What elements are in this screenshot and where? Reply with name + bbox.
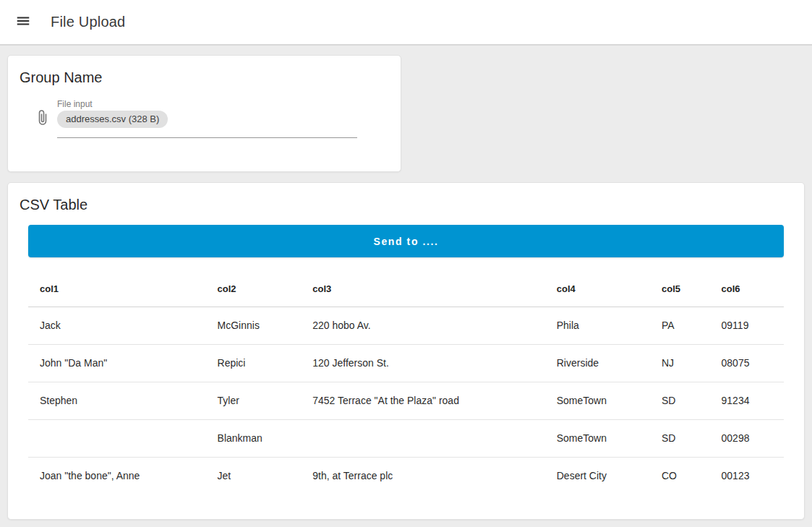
column-header: col3: [301, 272, 545, 307]
csv-table-card: CSV Table Send to .... col1 col2 col3 co…: [7, 182, 805, 520]
table-cell: PA: [650, 307, 710, 344]
table-cell: Jet: [206, 457, 302, 494]
table-cell: 7452 Terrace "At the Plaza" road: [301, 382, 545, 419]
paperclip-icon[interactable]: [34, 109, 51, 127]
upload-card-title: Group Name: [8, 56, 401, 87]
table-cell: Jack: [28, 307, 206, 344]
column-header: col1: [28, 272, 206, 307]
table-cell: 91234: [710, 382, 784, 419]
table-cell: 08075: [710, 344, 784, 382]
app-bar-title: File Upload: [51, 14, 125, 30]
csv-table-card-body: Send to .... col1 col2 col3 col4 col5 co…: [8, 215, 804, 506]
table-cell: SD: [650, 419, 710, 457]
table-row: Blankman SomeTown SD 00298: [28, 419, 784, 457]
table-cell: 9th, at Terrace plc: [301, 457, 545, 494]
table-cell: McGinnis: [206, 307, 302, 344]
table-cell: 120 Jefferson St.: [301, 344, 545, 382]
table-cell: Repici: [206, 344, 302, 382]
table-cell: 09119: [710, 307, 784, 344]
table-cell: Tyler: [206, 382, 302, 419]
file-input-label: File input: [57, 99, 357, 109]
column-header: col4: [545, 272, 650, 307]
table-cell: 00298: [710, 419, 784, 457]
table-cell: Joan "the bone", Anne: [28, 457, 206, 494]
table-cell: 00123: [710, 457, 784, 494]
input-underline: [57, 137, 357, 138]
table-cell: Phila: [545, 307, 650, 344]
table-cell: 220 hobo Av.: [301, 307, 545, 344]
file-input-row: File input addresses.csv (328 B): [8, 87, 401, 138]
table-row: Jack McGinnis 220 hobo Av. Phila PA 0911…: [28, 307, 784, 344]
menu-button[interactable]: [14, 14, 32, 31]
table-cell: John "Da Man": [28, 344, 206, 382]
column-header: col6: [710, 272, 784, 307]
table-row: Joan "the bone", Anne Jet 9th, at Terrac…: [28, 457, 784, 494]
send-button[interactable]: Send to ....: [28, 225, 784, 257]
table-header-row: col1 col2 col3 col4 col5 col6: [28, 272, 784, 307]
table-cell: [28, 419, 206, 457]
upload-card: Group Name File input addresses.csv (328…: [7, 55, 401, 172]
table-cell: [301, 419, 545, 457]
table-cell: Stephen: [28, 382, 206, 419]
table-cell: CO: [650, 457, 710, 494]
table-cell: NJ: [650, 344, 710, 382]
app-bar: File Upload: [0, 0, 812, 46]
csv-table-card-title: CSV Table: [8, 183, 804, 215]
table-cell: Riverside: [545, 344, 650, 382]
csv-table: col1 col2 col3 col4 col5 col6 Jack McGin…: [28, 272, 784, 494]
table-cell: SomeTown: [545, 382, 650, 419]
column-header: col2: [206, 272, 302, 307]
menu-icon: [15, 13, 31, 31]
table-cell: SD: [650, 382, 710, 419]
column-header: col5: [650, 272, 710, 307]
page-content: Group Name File input addresses.csv (328…: [0, 46, 812, 527]
file-chip[interactable]: addresses.csv (328 B): [57, 111, 168, 128]
table-cell: Desert City: [545, 457, 650, 494]
table-cell: Blankman: [206, 419, 302, 457]
file-input[interactable]: File input addresses.csv (328 B): [57, 99, 357, 138]
table-cell: SomeTown: [545, 419, 650, 457]
table-row: John "Da Man" Repici 120 Jefferson St. R…: [28, 344, 784, 382]
table-row: Stephen Tyler 7452 Terrace "At the Plaza…: [28, 382, 784, 419]
